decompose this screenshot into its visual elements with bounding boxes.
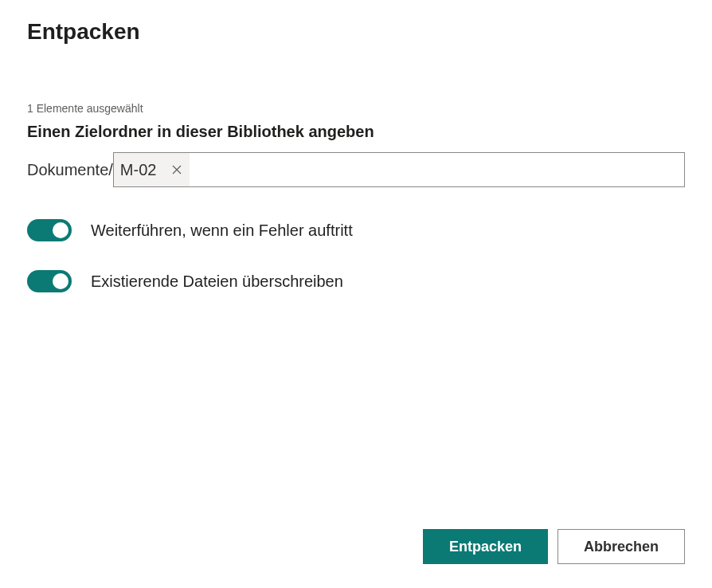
toggle-overwrite-existing-row: Existierende Dateien überschreiben [27, 270, 685, 292]
path-row: Dokumente/ M-02 [27, 152, 685, 187]
cancel-button[interactable]: Abbrechen [557, 529, 685, 564]
toggle-knob [53, 273, 68, 289]
toggle-overwrite-existing[interactable] [27, 270, 72, 292]
toggle-overwrite-existing-label: Existierende Dateien überschreiben [91, 272, 343, 291]
dialog-title: Entpacken [27, 19, 685, 45]
toggle-continue-on-error[interactable] [27, 219, 72, 241]
toggle-continue-on-error-row: Weiterführen, wenn ein Fehler auftritt [27, 219, 685, 241]
path-input[interactable] [190, 153, 684, 186]
path-prefix: Dokumente/ [27, 161, 113, 179]
target-folder-label: Einen Zielordner in dieser Bibliothek an… [27, 123, 685, 141]
toggle-continue-on-error-label: Weiterführen, wenn ein Fehler auftritt [91, 221, 353, 240]
path-chip-text: M-02 [120, 161, 157, 179]
unpack-button[interactable]: Entpacken [423, 529, 548, 564]
path-chip: M-02 [114, 153, 190, 186]
path-input-wrapper[interactable]: M-02 [113, 152, 685, 187]
toggle-knob [53, 222, 68, 238]
button-row: Entpacken Abbrechen [423, 529, 685, 564]
remove-path-chip-icon[interactable] [170, 163, 183, 176]
selection-count: 1 Elemente ausgewählt [27, 102, 685, 115]
